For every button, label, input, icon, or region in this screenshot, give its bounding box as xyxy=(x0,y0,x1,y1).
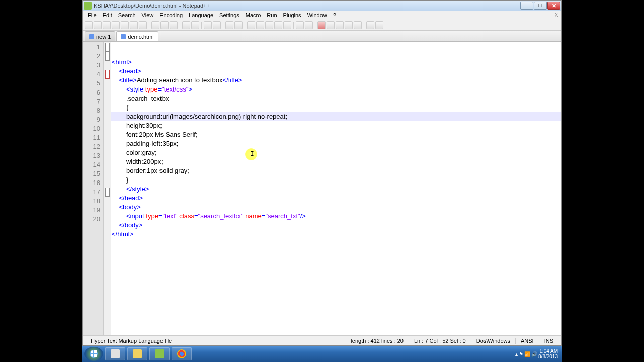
code-line[interactable]: width:200px; xyxy=(111,157,561,166)
code-token: class xyxy=(179,212,194,220)
clock-time: 1:04 AM xyxy=(538,348,558,354)
code-line[interactable]: background:url(images/searchicon.png) ri… xyxy=(111,112,561,121)
cut-button[interactable] xyxy=(151,21,159,29)
separator-icon xyxy=(315,22,315,29)
func-list-button[interactable] xyxy=(305,21,313,29)
clock[interactable]: 1:04 AM 8/8/2013 xyxy=(538,348,558,359)
taskbar-notepadpp[interactable] xyxy=(149,347,170,360)
menu-edit[interactable]: Edit xyxy=(100,12,115,18)
menu-?[interactable]: ? xyxy=(330,12,339,18)
record-button[interactable] xyxy=(317,21,326,29)
code-line[interactable]: height:30px; xyxy=(111,121,561,130)
tray-network-icon[interactable]: 📶 xyxy=(524,351,530,357)
editor[interactable]: 1234567891011121314151617181920 −−−− <ht… xyxy=(83,42,561,335)
code-line[interactable]: <head> xyxy=(111,67,561,76)
start-button[interactable] xyxy=(84,347,103,361)
save-macro-button[interactable] xyxy=(354,21,362,29)
code-area[interactable]: <html> <head> <title>Adding search icon … xyxy=(111,42,561,335)
zoom-out-button[interactable] xyxy=(234,21,243,29)
stop-button[interactable] xyxy=(327,21,335,29)
open-file-button[interactable] xyxy=(94,21,102,29)
fold-marker[interactable]: − xyxy=(104,70,111,79)
tab-demohtml[interactable]: demo.html xyxy=(116,31,158,41)
code-line[interactable]: <style type="text/css"> xyxy=(111,85,561,94)
misc2-button[interactable] xyxy=(375,21,383,29)
sub-close-icon[interactable]: X xyxy=(553,12,559,18)
tray-volume-icon[interactable]: 🔊 xyxy=(531,351,537,357)
fold-marker xyxy=(104,79,111,88)
code-line[interactable]: color:gray; xyxy=(111,148,561,157)
code-line[interactable]: border:1px solid gray; xyxy=(111,166,561,175)
code-token: border:1px solid gray; xyxy=(126,167,189,174)
fold-marker[interactable]: − xyxy=(104,52,111,61)
taskbar-explorer[interactable] xyxy=(105,347,125,360)
taskbar-folder[interactable] xyxy=(127,347,147,360)
menu-settings[interactable]: Settings xyxy=(216,12,243,18)
menu-plugins[interactable]: Plugins xyxy=(280,12,304,18)
code-line[interactable]: <input type="text" class="search_textbx"… xyxy=(111,212,561,221)
play-button[interactable] xyxy=(336,21,344,29)
code-line[interactable]: <body> xyxy=(111,203,561,212)
code-line[interactable]: .search_textbx xyxy=(111,94,561,103)
code-token: type xyxy=(145,85,158,93)
minimize-button[interactable]: ─ xyxy=(520,2,533,10)
close-all-button[interactable] xyxy=(130,21,138,29)
menu-search[interactable]: Search xyxy=(115,12,139,18)
fold-marker xyxy=(104,124,111,133)
fold-marker[interactable]: − xyxy=(104,43,111,52)
menu-view[interactable]: View xyxy=(139,12,157,18)
fold-marker[interactable]: − xyxy=(104,188,111,197)
line-number: 8 xyxy=(83,106,103,115)
code-line[interactable]: padding-left:35px; xyxy=(111,139,561,148)
menu-window[interactable]: Window xyxy=(304,12,330,18)
new-file-button[interactable] xyxy=(85,21,93,29)
tray-up-icon[interactable]: ▴ xyxy=(515,351,518,357)
tray-flag-icon[interactable]: ⚑ xyxy=(519,351,523,357)
code-line[interactable]: </html> xyxy=(111,230,561,239)
sync-h-button[interactable] xyxy=(256,21,264,29)
code-line[interactable]: <title>Adding search icon to textbox</ti… xyxy=(111,76,561,85)
close-button[interactable]: ✕ xyxy=(547,2,560,10)
find-button[interactable] xyxy=(204,21,212,29)
allchars-button[interactable] xyxy=(274,21,282,29)
system-tray[interactable]: ▴ ⚑ 📶 🔊 1:04 AM 8/8/2013 xyxy=(515,348,560,359)
maximize-button[interactable]: ❐ xyxy=(534,2,547,10)
redo-button[interactable] xyxy=(191,21,199,29)
wrap-button[interactable] xyxy=(265,21,273,29)
copy-button[interactable] xyxy=(160,21,169,29)
play-multi-button[interactable] xyxy=(345,21,353,29)
tab-label: demo.html xyxy=(128,34,153,40)
code-line[interactable]: font:20px Ms Sans Serif; xyxy=(111,130,561,139)
windows-icon xyxy=(89,349,99,359)
replace-button[interactable] xyxy=(213,21,221,29)
code-line[interactable]: </head> xyxy=(111,194,561,203)
code-line[interactable]: </style> xyxy=(111,185,561,194)
code-token: /> xyxy=(300,212,306,220)
save-button[interactable] xyxy=(103,21,111,29)
fold-column: −−−− xyxy=(104,42,111,335)
zoom-in-button[interactable] xyxy=(225,21,233,29)
doc-map-button[interactable] xyxy=(296,21,304,29)
menu-macro[interactable]: Macro xyxy=(243,12,264,18)
code-token: "search_txt" xyxy=(265,212,300,220)
menu-file[interactable]: File xyxy=(85,12,100,18)
misc-button[interactable] xyxy=(366,21,374,29)
print-button[interactable] xyxy=(139,21,147,29)
line-number: 12 xyxy=(83,142,103,151)
paste-button[interactable] xyxy=(170,21,178,29)
close-file-button[interactable] xyxy=(121,21,129,29)
undo-button[interactable] xyxy=(182,21,190,29)
code-line[interactable]: { xyxy=(111,103,561,112)
save-all-button[interactable] xyxy=(112,21,120,29)
code-line[interactable]: <html> xyxy=(111,58,561,67)
titlebar[interactable]: KSHAY\Desktop\Demo\demo.html - Notepad++… xyxy=(83,1,561,11)
indent-guide-button[interactable] xyxy=(283,21,291,29)
taskbar-chrome[interactable] xyxy=(172,347,192,360)
menu-encoding[interactable]: Encoding xyxy=(156,12,186,18)
menu-run[interactable]: Run xyxy=(264,12,280,18)
code-line[interactable]: } xyxy=(111,175,561,185)
sync-v-button[interactable] xyxy=(247,21,255,29)
code-line[interactable]: </body> xyxy=(111,221,561,230)
tab-new1[interactable]: new 1 xyxy=(85,31,115,41)
menu-language[interactable]: Language xyxy=(186,12,216,18)
